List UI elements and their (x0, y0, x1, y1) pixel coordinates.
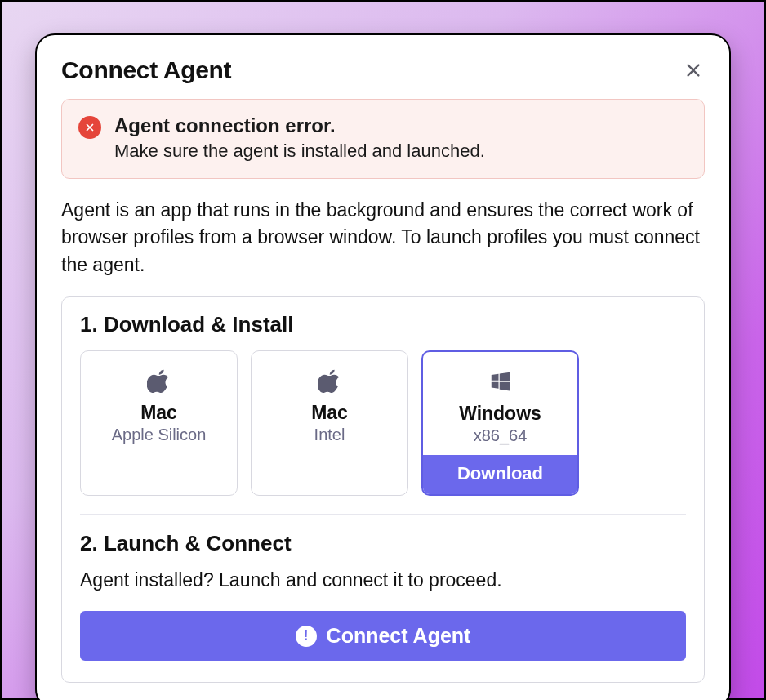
windows-icon (488, 367, 513, 396)
connect-button-label: Connect Agent (327, 624, 471, 648)
error-icon (78, 116, 101, 139)
step2-subtitle: Agent installed? Launch and connect it t… (80, 569, 686, 591)
step1-title: 1. Download & Install (80, 312, 686, 337)
modal-title: Connect Agent (61, 56, 231, 84)
platform-name: Mac (140, 402, 177, 424)
backdrop: Connect Agent Agent connection error. Ma… (2, 2, 764, 698)
close-button[interactable] (682, 59, 705, 82)
platform-arch: x86_64 (474, 426, 528, 445)
download-button[interactable]: Download (423, 455, 577, 494)
connect-agent-modal: Connect Agent Agent connection error. Ma… (35, 33, 731, 700)
platform-card-mac-silicon[interactable]: Mac Apple Silicon (80, 350, 238, 496)
apple-icon (318, 366, 342, 395)
platform-name: Windows (459, 403, 541, 425)
platform-arch: Apple Silicon (112, 426, 207, 444)
platform-card-windows[interactable]: Windows x86_64 Download (421, 350, 579, 496)
exclamation-icon: ! (296, 626, 317, 647)
platform-name: Mac (311, 402, 348, 424)
error-alert: Agent connection error. Make sure the ag… (61, 99, 705, 179)
modal-header: Connect Agent (61, 56, 705, 84)
install-panel: 1. Download & Install Mac Apple Silicon … (61, 296, 705, 683)
agent-description: Agent is an app that runs in the backgro… (61, 197, 705, 279)
platform-options: Mac Apple Silicon Mac Intel Windows x86_… (80, 350, 686, 496)
alert-subtitle: Make sure the agent is installed and lau… (114, 140, 485, 162)
platform-card-mac-intel[interactable]: Mac Intel (251, 350, 408, 496)
close-icon (684, 61, 702, 79)
apple-icon (147, 366, 171, 395)
connect-agent-button[interactable]: ! Connect Agent (80, 611, 686, 661)
alert-title: Agent connection error. (114, 114, 485, 137)
step2-title: 2. Launch & Connect (80, 531, 686, 556)
platform-arch: Intel (314, 426, 345, 444)
divider (80, 514, 686, 515)
